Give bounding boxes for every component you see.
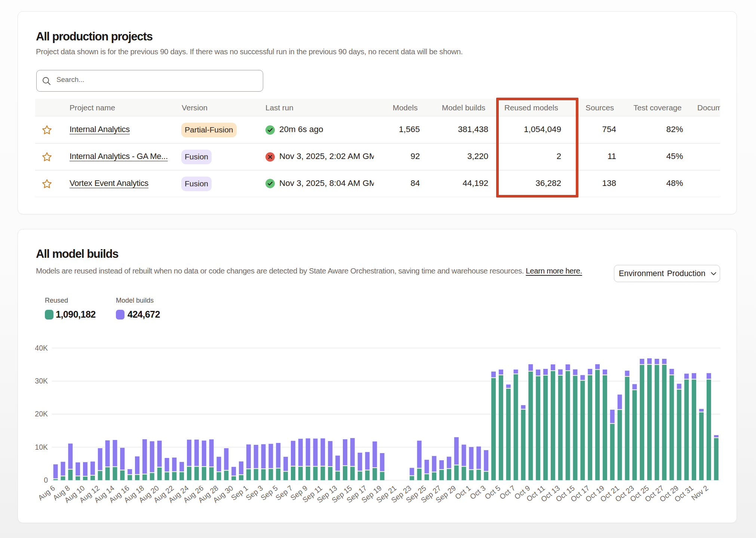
- svg-text:Oct 7: Oct 7: [498, 484, 517, 501]
- svg-text:30K: 30K: [35, 377, 48, 385]
- svg-text:Oct 3: Oct 3: [468, 484, 487, 501]
- svg-text:Sep 7: Sep 7: [274, 484, 294, 502]
- svg-text:Sep 1: Sep 1: [230, 484, 250, 502]
- svg-text:10K: 10K: [35, 443, 48, 451]
- svg-text:Sep 5: Sep 5: [259, 484, 279, 502]
- svg-text:0: 0: [44, 476, 48, 484]
- svg-text:40K: 40K: [35, 344, 48, 352]
- svg-text:20K: 20K: [35, 410, 48, 418]
- svg-text:Nov 2: Nov 2: [690, 484, 710, 502]
- svg-text:Oct 1: Oct 1: [454, 484, 472, 501]
- svg-text:Oct 5: Oct 5: [483, 484, 502, 501]
- svg-text:Aug 6: Aug 6: [36, 484, 56, 502]
- svg-text:Sep 3: Sep 3: [244, 484, 264, 502]
